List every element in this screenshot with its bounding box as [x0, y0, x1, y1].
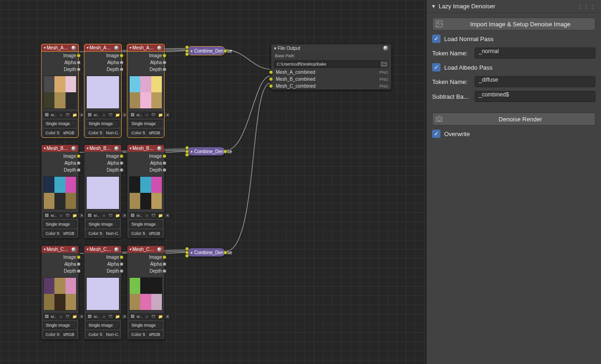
output-socket[interactable] — [162, 255, 167, 259]
fake-user-button[interactable]: 🛡 — [107, 112, 114, 118]
output-socket[interactable] — [119, 154, 124, 158]
node-header[interactable]: ▾Mesh_C_normal... — [84, 246, 121, 253]
node-file-output[interactable]: ▾ File Output Base Path: C:\Users\odf\De… — [271, 44, 391, 90]
output-socket[interactable] — [77, 168, 81, 172]
fake-user-button[interactable]: 🛡 — [65, 212, 71, 219]
output-socket[interactable] — [119, 262, 124, 266]
file-output-input[interactable]: Mesh_C_combinedPNG — [271, 83, 391, 90]
output-socket[interactable] — [162, 168, 167, 172]
open-image-button[interactable]: 📁 — [157, 313, 164, 320]
node-header[interactable]: ▾Mesh_A_combine... — [42, 44, 78, 51]
image-name-field[interactable]: M... — [93, 112, 100, 118]
output-socket[interactable] — [162, 60, 167, 65]
output-socket[interactable] — [77, 154, 81, 158]
open-image-button[interactable]: 📁 — [71, 313, 78, 320]
output-socket[interactable] — [77, 269, 81, 273]
browse-image-button[interactable]: 🖼 — [86, 212, 93, 219]
output-socket[interactable] — [77, 161, 81, 165]
colorspace-dropdown[interactable]: sRGB — [147, 230, 162, 237]
output-socket[interactable] — [119, 255, 124, 259]
output-socket[interactable] — [77, 54, 81, 58]
users-icon[interactable]: ○ — [143, 212, 150, 219]
output-socket[interactable] — [119, 168, 124, 172]
fake-user-button[interactable]: 🛡 — [65, 112, 71, 118]
node-header[interactable]: ▾Mesh_A_diffuse.p... — [127, 44, 164, 51]
diffuse-token-input[interactable]: _diffuse — [475, 76, 595, 87]
source-dropdown[interactable]: Single Image — [129, 221, 162, 228]
users-icon[interactable]: ○ — [58, 112, 64, 118]
output-socket[interactable] — [119, 161, 124, 165]
source-dropdown[interactable]: Single Image — [129, 120, 162, 127]
collapse-icon[interactable]: ▾ — [130, 247, 131, 251]
collapse-icon[interactable]: ▾ — [44, 46, 46, 50]
colorspace-dropdown[interactable]: Non-C... — [104, 129, 119, 137]
collapse-icon[interactable]: ▾ — [44, 146, 46, 150]
source-dropdown[interactable]: Single Image — [86, 322, 119, 329]
users-icon[interactable]: ○ — [58, 313, 64, 320]
output-socket[interactable] — [119, 54, 124, 58]
expand-icon[interactable]: ▸ — [191, 49, 193, 53]
load-albedo-checkbox[interactable]: ✓ — [432, 63, 440, 72]
open-image-button[interactable]: 📁 — [157, 112, 164, 118]
users-icon[interactable]: ○ — [143, 112, 150, 118]
collapse-icon[interactable]: ▼ — [431, 4, 436, 9]
open-image-button[interactable]: 📁 — [114, 313, 121, 320]
image-node[interactable]: ▾Mesh_C_normal...ImageAlphaDepth🖼M...○🛡📁… — [84, 246, 121, 339]
image-node[interactable]: ▾Mesh_A_combine...ImageAlphaDepth🖼M...○🛡… — [42, 44, 78, 137]
image-node[interactable]: ▾Mesh_A_normal...ImageAlphaDepth🖼M...○🛡📁… — [84, 44, 121, 137]
panel-header[interactable]: ▼ Lazy Image Denoiser ⋮⋮⋮ — [427, 0, 601, 13]
unlink-button[interactable]: ✕ — [164, 313, 171, 320]
base-path-field[interactable]: C:\Users\odf\Desktop\bake — [274, 60, 380, 68]
fake-user-button[interactable]: 🛡 — [150, 112, 157, 118]
browse-image-button[interactable]: 🖼 — [129, 313, 136, 320]
colorspace-dropdown[interactable]: sRGB — [147, 129, 162, 137]
collapse-icon[interactable]: ▾ — [87, 247, 89, 251]
output-socket[interactable] — [162, 262, 167, 266]
expand-icon[interactable]: ▸ — [191, 149, 193, 154]
source-dropdown[interactable]: Single Image — [43, 322, 77, 329]
normal-token-input[interactable]: _normal — [475, 48, 595, 59]
source-dropdown[interactable]: Single Image — [86, 221, 119, 228]
input-socket[interactable] — [269, 70, 273, 74]
image-name-field[interactable]: M... — [50, 313, 57, 320]
collapse-icon[interactable]: ▾ — [130, 146, 131, 150]
browse-image-button[interactable]: 🖼 — [43, 212, 50, 219]
image-node[interactable]: ▾Mesh_B_combine...ImageAlphaDepth🖼M...○🛡… — [42, 145, 78, 238]
image-node[interactable]: ▾Mesh_B_normal...ImageAlphaDepth🖼M...○🛡📁… — [84, 145, 121, 238]
image-node[interactable]: ▾Mesh_C_combine...ImageAlphaDepth🖼M...○🛡… — [42, 246, 78, 339]
output-socket[interactable] — [162, 54, 167, 58]
collapse-icon[interactable]: ▾ — [130, 46, 131, 50]
output-socket[interactable] — [77, 67, 81, 72]
output-socket[interactable] — [119, 269, 124, 273]
node-header[interactable]: ▾Mesh_C_diffuse.p... — [127, 246, 164, 253]
colorspace-dropdown[interactable]: Non-C... — [104, 230, 119, 237]
users-icon[interactable]: ○ — [143, 313, 150, 320]
browse-image-button[interactable]: 🖼 — [43, 313, 50, 320]
node-header[interactable]: ▾Mesh_B_diffuse.p... — [127, 145, 164, 152]
drag-grip-icon[interactable]: ⋮⋮⋮ — [577, 3, 596, 10]
file-output-input[interactable]: Mesh_A_combinedPNG — [271, 69, 391, 76]
image-name-field[interactable]: M... — [50, 212, 57, 219]
output-socket[interactable] — [77, 255, 81, 259]
output-socket[interactable] — [77, 60, 81, 65]
fake-user-button[interactable]: 🛡 — [150, 313, 157, 320]
output-socket[interactable] — [162, 161, 167, 165]
import-image-button[interactable]: Import Image & Setup Denoise Image — [432, 18, 595, 30]
image-node[interactable]: ▾Mesh_A_diffuse.p...ImageAlphaDepth🖼M...… — [127, 44, 164, 137]
collapse-icon[interactable]: ▾ — [87, 46, 89, 50]
output-socket[interactable] — [119, 60, 124, 65]
compositor-canvas[interactable]: ▾Mesh_A_combine...ImageAlphaDepth🖼M...○🛡… — [0, 0, 426, 364]
users-icon[interactable]: ○ — [101, 112, 107, 118]
collapse-icon[interactable]: ▾ — [274, 46, 276, 51]
browse-image-button[interactable]: 🖼 — [86, 313, 93, 320]
output-socket[interactable] — [223, 49, 227, 53]
open-image-button[interactable]: 📁 — [71, 212, 78, 219]
node-header[interactable]: ▾Mesh_B_combine... — [42, 145, 78, 152]
colorspace-dropdown[interactable]: sRGB — [147, 331, 162, 338]
combine-denoise-node[interactable]: ▸Combine_Denoise — [187, 147, 225, 155]
browse-image-button[interactable]: 🖼 — [129, 112, 136, 118]
image-name-field[interactable]: M... — [136, 212, 143, 219]
source-dropdown[interactable]: Single Image — [129, 322, 162, 329]
collapse-icon[interactable]: ▾ — [44, 247, 46, 251]
output-socket[interactable] — [119, 67, 124, 72]
